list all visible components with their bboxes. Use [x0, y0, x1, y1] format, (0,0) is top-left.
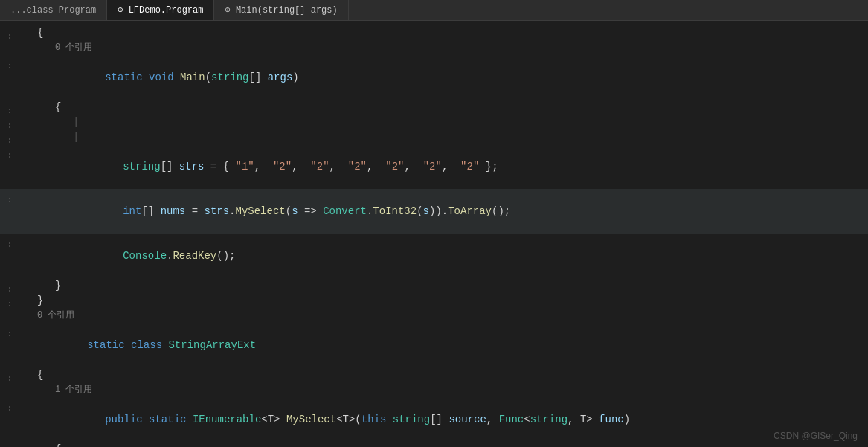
code-line-ref: 0 个引用: [0, 40, 868, 55]
line-dots: [4, 376, 15, 381]
code-line-ref: 1 个引用: [0, 382, 868, 397]
tab-main-args[interactable]: ⊕ Main(string[] args): [214, 0, 348, 20]
line-content: string[] strs = { "1", "2", "2", "2", "2…: [34, 144, 868, 189]
line-gutter: [0, 406, 34, 411]
line-content: {: [34, 442, 868, 447]
tab-lfdemo-program[interactable]: ⊕ LFDemo.Program: [107, 0, 214, 20]
line-content: static void Main(string[] args): [34, 55, 868, 100]
code-line: static class StringArrayExt: [0, 323, 868, 367]
line-dots: [4, 34, 15, 39]
line-dots: [4, 109, 15, 113]
line-dots: [4, 153, 15, 158]
code-line: |: [0, 115, 868, 129]
line-content: |: [34, 115, 868, 129]
code-line: |: [0, 129, 868, 144]
line-gutter: [0, 287, 34, 292]
tab-label: ...class Program: [10, 5, 96, 16]
line-dots: [4, 302, 15, 306]
line-dots: [4, 242, 15, 247]
line-dots: [4, 138, 15, 143]
code-line-highlighted: int[] nums = strs.MySelect(s => Convert.…: [0, 189, 868, 234]
line-gutter: [0, 376, 34, 381]
line-content-ref: 0 个引用: [34, 40, 868, 55]
line-gutter: [0, 64, 34, 68]
line-content: {: [34, 100, 868, 115]
line-gutter: [0, 198, 34, 202]
tab-label: ⊕ Main(string[] args): [225, 4, 337, 16]
line-dots: [4, 406, 15, 411]
line-gutter: [0, 332, 34, 336]
tab-class-program[interactable]: ...class Program: [0, 0, 107, 20]
tab-label: ⊕ LFDemo.Program: [118, 4, 203, 16]
line-gutter: [0, 34, 34, 39]
line-gutter: [0, 242, 34, 247]
watermark: CSDN @GISer_Qing: [774, 431, 858, 441]
code-line-ref: 0 个引用: [0, 308, 868, 323]
line-content: {: [34, 367, 868, 382]
line-dots: [4, 332, 15, 336]
code-line: Console.ReadKey();: [0, 234, 868, 278]
line-content-ref: 1 个引用: [34, 382, 868, 397]
code-line: {: [0, 25, 868, 40]
line-content: static class StringArrayExt: [34, 323, 868, 367]
line-dots: [4, 64, 15, 68]
line-gutter: [0, 153, 34, 158]
line-gutter: [0, 302, 34, 306]
line-content-ref: 0 个引用: [34, 308, 868, 323]
line-dots: [4, 198, 15, 202]
line-dots: [4, 123, 15, 128]
code-line: }: [0, 293, 868, 308]
code-line: static void Main(string[] args): [0, 55, 868, 100]
line-content: }: [34, 278, 868, 293]
line-content: |: [34, 129, 868, 144]
tabs-bar: ...class Program ⊕ LFDemo.Program ⊕ Main…: [0, 0, 868, 21]
code-area: { 0 个引用 static void Main(string[] args): [0, 21, 868, 447]
line-content: Console.ReadKey();: [34, 234, 868, 278]
line-gutter: [0, 138, 34, 143]
code-line: {: [0, 100, 868, 115]
line-content: }: [34, 293, 868, 308]
code-line: public static IEnumerable<T> MySelect<T>…: [0, 397, 868, 442]
line-content: public static IEnumerable<T> MySelect<T>…: [34, 397, 868, 442]
line-gutter: [0, 109, 34, 113]
line-gutter: [0, 123, 34, 128]
line-dots: [4, 287, 15, 292]
code-line: }: [0, 278, 868, 293]
code-line: string[] strs = { "1", "2", "2", "2", "2…: [0, 144, 868, 189]
code-line: {: [0, 442, 868, 447]
line-content: {: [34, 25, 868, 40]
line-content: int[] nums = strs.MySelect(s => Convert.…: [34, 189, 868, 234]
code-line: {: [0, 367, 868, 382]
editor-container: ...class Program ⊕ LFDemo.Program ⊕ Main…: [0, 0, 868, 447]
